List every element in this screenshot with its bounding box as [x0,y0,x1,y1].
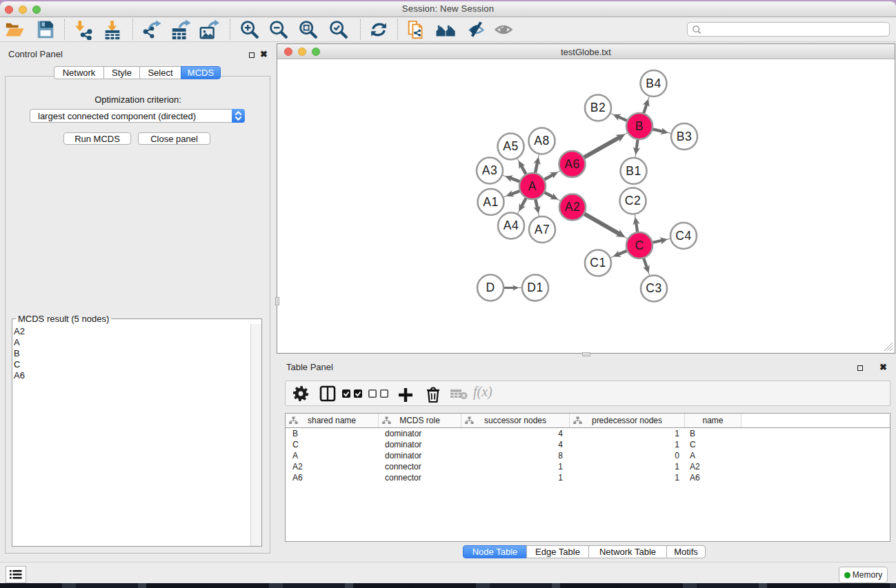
svg-text:A3: A3 [482,163,498,177]
svg-text:C1: C1 [590,256,606,270]
svg-text:D: D [486,281,495,294]
svg-text:C4: C4 [675,229,692,243]
svg-text:A4: A4 [504,219,519,232]
svg-text:B3: B3 [677,130,693,143]
svg-text:D1: D1 [527,281,544,294]
svg-text:A6: A6 [564,157,580,171]
svg-text:B1: B1 [626,164,641,178]
svg-text:A8: A8 [534,134,550,148]
svg-text:A2: A2 [565,200,581,214]
svg-text:B: B [635,119,644,133]
svg-text:A: A [528,179,537,193]
svg-text:B2: B2 [590,101,606,114]
svg-text:B4: B4 [646,77,661,90]
svg-text:A1: A1 [483,195,499,209]
svg-text:C2: C2 [625,194,641,207]
svg-text:A7: A7 [535,223,550,236]
svg-text:C: C [635,239,644,252]
svg-text:A5: A5 [503,139,519,153]
svg-text:C3: C3 [646,281,662,295]
